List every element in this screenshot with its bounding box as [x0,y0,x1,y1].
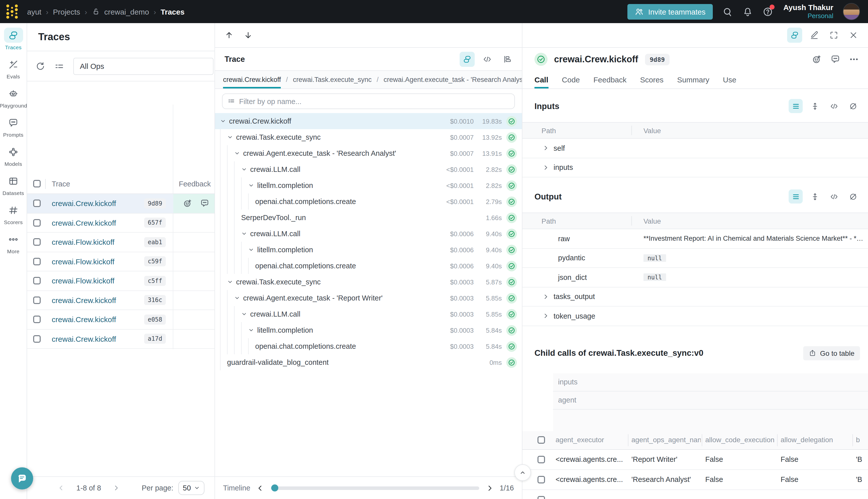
code-view-icon[interactable] [480,51,495,66]
trace-link[interactable]: crewai.Flow.kickoff [52,238,114,246]
select-all-checkbox[interactable] [537,436,545,443]
fullscreen-icon[interactable] [826,28,841,43]
call-crumb-tab[interactable]: crewai.Agent.execute_task - 'Research An… [384,71,522,88]
chevron-down-icon[interactable] [234,150,240,156]
row-checkbox[interactable] [33,296,41,304]
kv-row[interactable]: self [522,139,868,158]
next-page-icon[interactable] [112,484,120,492]
list-view-icon[interactable] [789,190,803,204]
tree-node[interactable]: crewai.LLM.call <$0.0001 2.82s [215,161,522,178]
tab-use[interactable]: Use [723,71,736,88]
trace-column-header[interactable]: Trace [52,180,70,188]
tree-node[interactable]: SerperDevTool._run 1.66s [215,209,522,226]
tree-node[interactable]: openai.chat.completions.create $0.0006 9… [215,258,522,274]
trace-link[interactable]: crewai.Crew.kickoff [52,315,116,324]
row-checkbox[interactable] [33,316,41,324]
row-checkbox[interactable] [33,277,41,285]
tree-node[interactable]: crewai.Crew.kickoff $0.0010 19.83s [215,113,522,129]
trace-link[interactable]: crewai.Crew.kickoff [52,335,116,343]
add-reaction-icon[interactable] [183,199,193,208]
row-checkbox[interactable] [33,258,41,265]
breadcrumb-entity[interactable]: ayut [27,7,41,16]
next-call-icon[interactable] [244,31,253,40]
sidebar-item-prompts[interactable]: Prompts [3,115,24,138]
row-checkbox[interactable] [33,219,41,227]
tree-view-icon[interactable] [787,28,802,43]
tree-node[interactable]: crewai.Agent.execute_task - 'Research An… [215,145,522,161]
collapse-timeline-button[interactable] [514,464,531,481]
trace-row[interactable]: crewai.Crew.kickoff 316c [27,291,214,310]
trace-link[interactable]: crewai.Crew.kickoff [52,219,116,227]
tab-summary[interactable]: Summary [677,71,709,88]
chat-widget-button[interactable] [11,467,33,489]
select-all-checkbox[interactable] [33,180,41,187]
timeline-next-icon[interactable] [486,484,493,492]
refresh-icon[interactable] [35,61,45,71]
sidebar-item-models[interactable]: Models [4,144,23,167]
chevron-down-icon[interactable] [234,295,240,301]
feedback-cell[interactable] [173,310,214,329]
trace-row[interactable]: crewai.Crew.kickoff e058 [27,310,214,329]
column-header[interactable]: agent_ops_agent_nan [631,436,701,443]
row-checkbox[interactable] [33,200,41,207]
invite-teammates-button[interactable]: Invite teammates [628,4,712,19]
row-checkbox[interactable] [537,455,545,463]
trace-row[interactable]: crewai.Flow.kickoff eab1 [27,233,214,252]
column-header[interactable]: b [856,436,868,443]
code-view-icon[interactable] [827,190,841,204]
go-to-table-button[interactable]: Go to table [803,346,860,360]
tab-scores[interactable]: Scores [640,71,664,88]
trace-row[interactable]: crewai.Crew.kickoff 9d89 [27,194,214,213]
call-id-badge[interactable]: 9d89 [645,53,669,65]
code-view-icon[interactable] [827,99,841,113]
flame-view-icon[interactable] [500,51,515,66]
op-filter-input[interactable] [239,97,509,105]
expand-rows-icon[interactable] [808,190,822,204]
breadcrumb-projects[interactable]: Projects [53,7,80,16]
chevron-down-icon[interactable] [220,118,226,124]
tab-feedback[interactable]: Feedback [594,71,627,88]
trace-link[interactable]: crewai.Crew.kickoff [52,199,116,208]
avatar[interactable] [843,3,860,20]
timeline-prev-icon[interactable] [257,484,264,492]
chevron-down-icon[interactable] [248,247,254,253]
ops-filter-select[interactable]: All Ops [73,58,213,75]
kv-row[interactable]: raw**Investment Report: AI in Chemical a… [522,229,868,248]
call-crumb-tab[interactable]: crewai.Crew.kickoff [223,71,281,88]
bell-icon[interactable] [742,6,753,17]
feedback-cell[interactable] [173,213,214,232]
tree-node[interactable]: crewai.LLM.call $0.0006 9.40s [215,226,522,242]
column-header[interactable]: allow_code_execution [705,436,776,443]
call-crumb-tab[interactable]: crewai.Task.execute_sync [293,71,372,88]
breadcrumb-page[interactable]: Traces [161,7,185,16]
child-call-row[interactable] [522,490,868,499]
add-reaction-icon[interactable] [812,54,822,64]
chevron-down-icon[interactable] [241,166,247,172]
comment-icon[interactable] [830,54,840,64]
tree-view-icon[interactable] [460,51,475,66]
trace-link[interactable]: crewai.Flow.kickoff [52,257,114,266]
tab-code[interactable]: Code [562,71,580,88]
trace-row[interactable]: crewai.Crew.kickoff a17d [27,329,214,349]
kv-row[interactable]: tasks_output [522,287,868,306]
comment-icon[interactable] [200,199,210,208]
kv-row[interactable]: token_usage [522,306,868,326]
sidebar-item-evals[interactable]: Evals [4,57,23,80]
kv-row[interactable]: pydanticnull [522,248,868,268]
feedback-cell[interactable] [173,233,214,252]
prev-call-icon[interactable] [224,31,234,40]
feedback-cell[interactable] [173,271,214,290]
timeline-handle[interactable] [272,484,278,491]
chevron-right-icon[interactable] [543,313,549,319]
kv-row[interactable]: json_dictnull [522,268,868,287]
chevron-down-icon[interactable] [227,134,233,140]
child-call-row[interactable]: <crewai.agents.cre...'Report Writer'Fals… [522,450,868,470]
row-checkbox[interactable] [537,476,545,483]
trace-row[interactable]: crewai.Flow.kickoff c5ff [27,271,214,291]
hide-icon[interactable] [846,190,860,204]
edit-icon[interactable] [807,28,822,43]
trace-row[interactable]: crewai.Flow.kickoff c59f [27,252,214,271]
tree-node[interactable]: openai.chat.completions.create $0.0003 5… [215,338,522,354]
row-checkbox[interactable] [33,239,41,246]
chevron-down-icon[interactable] [248,182,254,188]
